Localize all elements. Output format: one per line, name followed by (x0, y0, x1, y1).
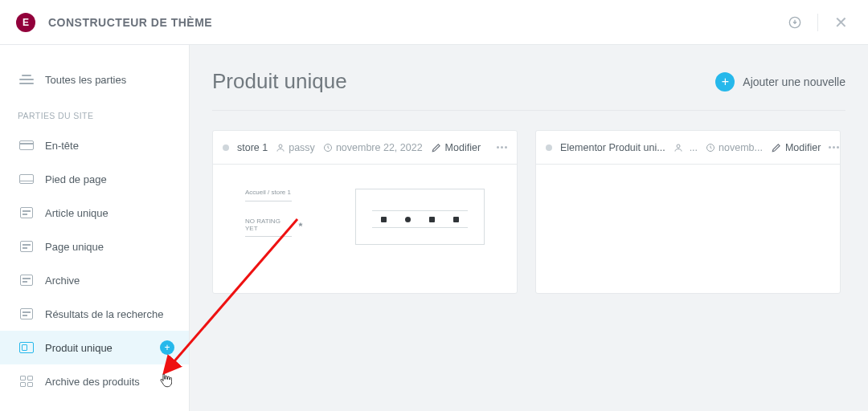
svg-point-1 (279, 144, 282, 148)
app-title: CONSTRUCTEUR DE THÈME (48, 16, 212, 29)
main-content: Produit unique + Ajouter une nouvelle st… (190, 45, 868, 411)
template-card[interactable]: Elementor Produit uni... ... novemb... M… (535, 130, 841, 294)
sidebar-all-parts[interactable]: Toutes les parties (0, 63, 189, 96)
social-icon (453, 217, 459, 222)
sidebar-item-archive[interactable]: Archive (0, 263, 189, 297)
card-header: Elementor Produit uni... ... novemb... M… (536, 131, 840, 165)
topbar: E CONSTRUCTEUR DE THÈME ✕ (0, 0, 868, 45)
sidebar-item-single-post[interactable]: Article unique (0, 196, 189, 230)
sidebar-item-search-results[interactable]: Résultats de la recherche (0, 297, 189, 331)
sidebar-item-single-product[interactable]: Produit unique + (0, 331, 189, 364)
sidebar-item-single-page[interactable]: Page unique (0, 230, 189, 263)
sidebar-item-label: En-tête (45, 140, 79, 152)
product-icon (18, 341, 35, 354)
header-icon (18, 139, 35, 152)
card-date: novembre 22, 2022 (323, 142, 423, 153)
card-title: Elementor Produit uni... (560, 142, 665, 153)
card-more-icon[interactable] (829, 146, 839, 149)
card-preview: Accueil / store 1 NO RATING YET (213, 165, 517, 293)
sidebar-item-label: Résultats de la recherche (45, 308, 163, 320)
sidebar-item-label: Archive (45, 275, 80, 287)
card-edit-link[interactable]: Modifier (771, 142, 821, 153)
plus-icon: + (715, 72, 735, 92)
add-product-template-icon[interactable]: + (160, 340, 174, 355)
status-dot (223, 144, 229, 151)
card-author: ... (674, 142, 698, 153)
sidebar: Toutes les parties PARTIES DU SITE En-tê… (0, 45, 190, 411)
add-new-label: Ajouter une nouvelle (743, 75, 845, 88)
close-icon[interactable]: ✕ (829, 11, 852, 34)
add-new-button[interactable]: + Ajouter une nouvelle (715, 72, 845, 92)
card-edit-link[interactable]: Modifier (431, 142, 481, 153)
card-more-icon[interactable] (497, 146, 507, 149)
sidebar-item-header[interactable]: En-tête (0, 128, 189, 162)
preview-share-box (355, 189, 485, 245)
footer-icon (18, 173, 35, 185)
mouse-cursor-icon (159, 372, 172, 389)
sidebar-item-label: Toutes les parties (45, 74, 126, 86)
sidebar-item-label: Archive des produits (45, 376, 140, 388)
preview-rating: NO RATING YET (245, 218, 304, 232)
sidebar-item-label: Pied de page (45, 173, 107, 185)
cards-row: store 1 passy novembre 22, 2022 Modifier (212, 130, 845, 294)
card-title: store 1 (237, 142, 268, 153)
svg-point-3 (677, 144, 680, 148)
post-icon (18, 206, 35, 219)
product-archive-icon (18, 375, 35, 388)
sidebar-item-label: Article unique (45, 207, 108, 219)
hamburger-icon (18, 73, 35, 86)
page-icon (18, 240, 35, 253)
sidebar-item-label: Page unique (45, 241, 104, 253)
page-title: Produit unique (212, 69, 347, 94)
card-author: passy (276, 142, 315, 153)
archive-icon (18, 274, 35, 287)
card-header: store 1 passy novembre 22, 2022 Modifier (213, 131, 517, 165)
social-icon (405, 217, 411, 222)
topbar-divider (817, 14, 818, 31)
sidebar-item-footer[interactable]: Pied de page (0, 162, 189, 196)
preview-breadcrumb: Accueil / store 1 (245, 189, 304, 196)
elementor-logo: E (16, 13, 35, 32)
social-icon (429, 217, 435, 222)
template-card[interactable]: store 1 passy novembre 22, 2022 Modifier (212, 130, 518, 294)
sidebar-section-title: PARTIES DU SITE (0, 96, 189, 128)
sidebar-item-label: Produit unique (45, 342, 113, 354)
main-header: Produit unique + Ajouter une nouvelle (212, 69, 845, 111)
card-date: novemb... (706, 142, 763, 153)
download-icon[interactable] (784, 11, 806, 34)
search-results-icon (18, 307, 35, 320)
status-dot (546, 144, 552, 151)
social-icon (381, 217, 387, 222)
